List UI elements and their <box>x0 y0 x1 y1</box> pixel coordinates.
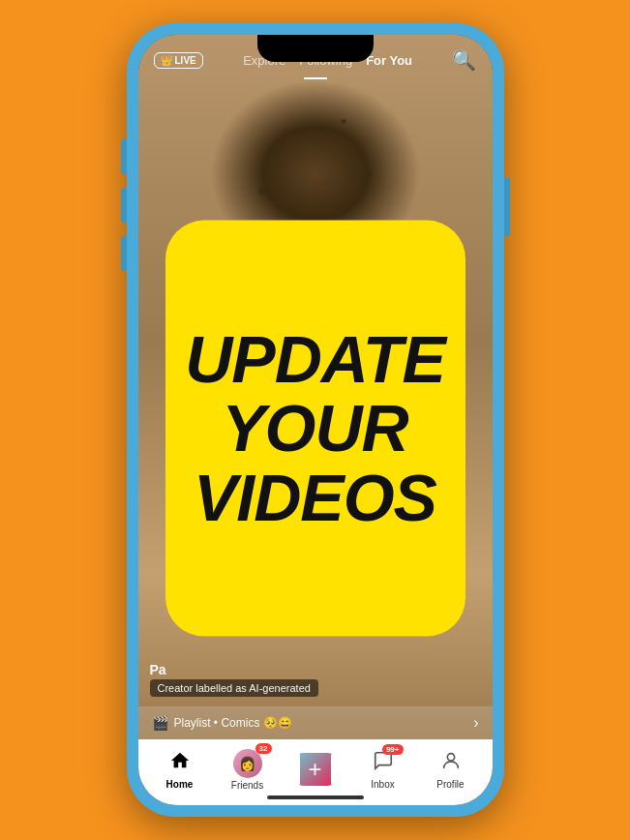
playlist-text: Playlist • Comics 🥺😄 <box>174 716 292 730</box>
username: Pa <box>150 662 166 677</box>
nav-item-create[interactable]: + <box>282 753 349 786</box>
nav-divider <box>304 77 327 79</box>
create-icon-wrap: + <box>293 753 338 786</box>
screen: 👑 LIVE Explore Following For You 🔍 <box>138 35 493 805</box>
nav-item-friends[interactable]: 👩 32 Friends <box>214 749 282 791</box>
profile-icon <box>440 750 462 777</box>
friends-badge: 32 <box>255 743 272 754</box>
live-badge[interactable]: 👑 LIVE <box>154 52 203 69</box>
search-icon[interactable]: 🔍 <box>452 48 476 72</box>
home-icon <box>169 750 191 777</box>
inbox-badge: 99+ <box>382 744 404 755</box>
video-info: Pa Creator labelled as AI-generated <box>138 661 493 701</box>
plus-icon: + <box>308 758 321 781</box>
nav-item-profile[interactable]: Profile <box>417 750 485 790</box>
playlist-bar[interactable]: 🎬 Playlist • Comics 🥺😄 › <box>138 706 493 739</box>
inbox-icon-wrap: 99+ <box>373 750 394 777</box>
creator-label: Creator labelled as AI-generated <box>150 679 318 697</box>
friends-icon-wrap: 👩 32 <box>233 749 262 778</box>
inbox-label: Inbox <box>371 779 394 790</box>
friends-label: Friends <box>231 780 263 791</box>
nav-item-home[interactable]: Home <box>146 750 214 790</box>
profile-icon-wrap <box>440 750 462 777</box>
nav-item-inbox[interactable]: 99+ Inbox <box>349 750 417 790</box>
update-card-text: UPDATE YOUR VIDEOS <box>165 325 465 532</box>
phone-frame: 👑 LIVE Explore Following For You 🔍 <box>127 23 504 817</box>
playlist-info: 🎬 Playlist • Comics 🥺😄 <box>152 715 292 731</box>
phone-screen: 👑 LIVE Explore Following For You 🔍 <box>138 35 493 805</box>
home-icon-wrap <box>169 750 191 777</box>
notch <box>257 35 374 62</box>
home-indicator <box>267 795 364 799</box>
playlist-icon: 🎬 <box>152 715 168 731</box>
create-button[interactable]: + <box>293 753 338 786</box>
update-card: UPDATE YOUR VIDEOS <box>165 221 465 637</box>
crown-icon: 👑 <box>161 55 172 66</box>
live-label: LIVE <box>175 55 196 66</box>
tab-for-you[interactable]: For You <box>366 53 412 68</box>
playlist-arrow-icon: › <box>473 714 478 732</box>
svg-point-0 <box>447 753 454 760</box>
profile-label: Profile <box>436 779 464 790</box>
home-label: Home <box>166 779 194 790</box>
